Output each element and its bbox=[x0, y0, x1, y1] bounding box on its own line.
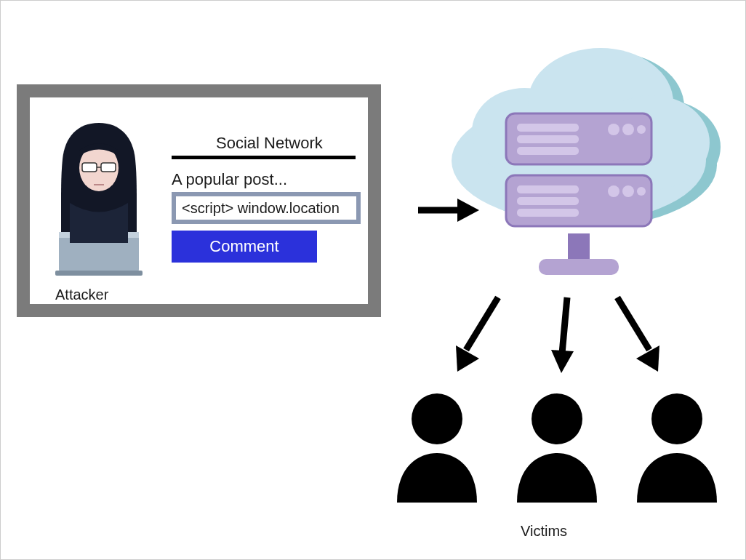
user-icon bbox=[386, 386, 488, 503]
svg-rect-30 bbox=[517, 185, 579, 193]
svg-point-25 bbox=[608, 124, 619, 135]
comment-button-label: Comment bbox=[209, 237, 278, 256]
user-icon bbox=[626, 386, 728, 503]
victims-label: Victims bbox=[521, 523, 567, 540]
svg-rect-7 bbox=[55, 271, 143, 276]
svg-point-42 bbox=[412, 393, 462, 444]
svg-point-27 bbox=[637, 125, 646, 134]
post-title: A popular post... bbox=[172, 170, 287, 189]
comment-button[interactable]: Comment bbox=[172, 231, 317, 263]
cloud-server-icon bbox=[437, 44, 728, 284]
victims-group bbox=[386, 386, 728, 510]
svg-point-33 bbox=[608, 185, 619, 197]
svg-rect-18 bbox=[568, 233, 590, 263]
svg-line-38 bbox=[562, 297, 567, 353]
svg-rect-23 bbox=[517, 135, 579, 143]
svg-point-44 bbox=[651, 393, 702, 444]
social-network-title: Social Network bbox=[216, 134, 323, 153]
attacker-label: Attacker bbox=[55, 287, 108, 303]
svg-marker-39 bbox=[551, 350, 574, 373]
svg-rect-24 bbox=[517, 147, 579, 155]
svg-line-36 bbox=[466, 297, 498, 350]
arrow-down-right-icon bbox=[604, 290, 670, 380]
svg-rect-31 bbox=[517, 197, 579, 205]
svg-line-40 bbox=[617, 297, 649, 350]
svg-rect-32 bbox=[517, 209, 579, 217]
comment-input[interactable]: <script> window.location bbox=[172, 192, 361, 224]
svg-point-34 bbox=[622, 185, 634, 197]
arrow-down-icon bbox=[550, 292, 579, 382]
attacker-panel: Attacker Social Network A popular post..… bbox=[17, 84, 381, 317]
comment-input-value: <script> window.location bbox=[182, 200, 340, 217]
arrow-down-left-icon bbox=[446, 290, 511, 380]
svg-point-35 bbox=[637, 187, 646, 196]
svg-point-43 bbox=[532, 393, 582, 444]
svg-rect-1 bbox=[82, 163, 97, 172]
svg-rect-19 bbox=[539, 259, 619, 275]
attacker-icon bbox=[37, 116, 161, 276]
svg-rect-22 bbox=[517, 124, 579, 132]
title-underline bbox=[172, 156, 356, 159]
svg-rect-2 bbox=[101, 163, 116, 172]
svg-point-26 bbox=[622, 124, 634, 135]
user-icon bbox=[506, 386, 608, 503]
